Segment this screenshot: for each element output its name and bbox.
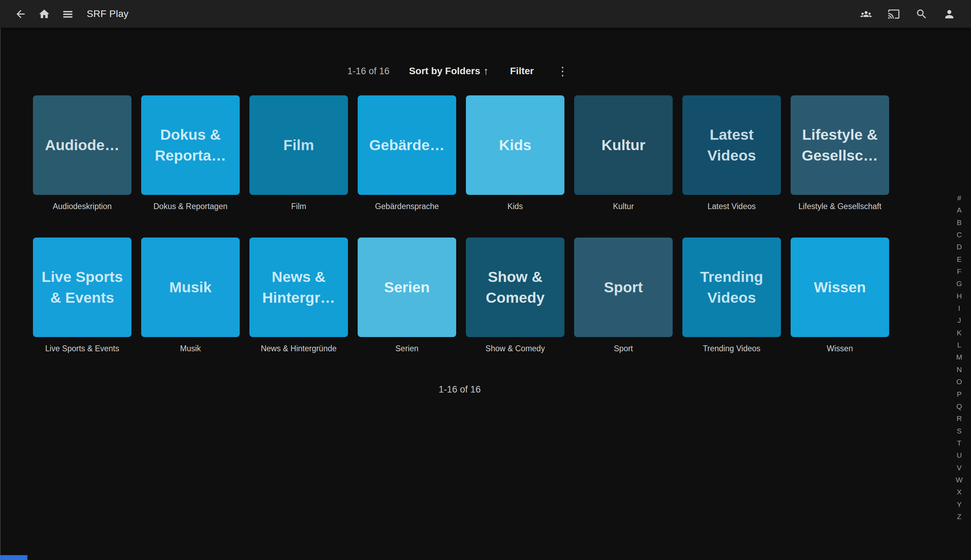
alpha-letter-S[interactable]: S — [957, 427, 962, 435]
alpha-letter-D[interactable]: D — [956, 243, 962, 250]
folder-tile[interactable]: News & Hintergr… — [249, 238, 348, 337]
folder-tile[interactable]: Gebärde… — [358, 95, 456, 195]
folder-tile[interactable]: Wissen — [791, 238, 889, 337]
alpha-letter-F[interactable]: F — [957, 268, 962, 275]
bottom-accent-bar — [0, 555, 27, 560]
folder-tile[interactable]: Kultur — [574, 95, 672, 195]
alphabet-picker: #ABCDEFGHIJKLMNOPQRSTUVWXYZ — [953, 194, 966, 520]
folder-caption[interactable]: Wissen — [791, 344, 889, 353]
folder-tile[interactable]: Show & Comedy — [466, 238, 564, 337]
folder-tile[interactable]: Serien — [358, 238, 456, 337]
folder-tile-label: Live Sports & Events — [38, 267, 127, 308]
home-button[interactable] — [34, 4, 54, 24]
folder-cell: Wissen Wissen — [791, 238, 889, 353]
alpha-letter-Q[interactable]: Q — [956, 403, 962, 410]
folder-tile-label: Sport — [579, 277, 668, 298]
alpha-letter-L[interactable]: L — [957, 341, 961, 348]
folder-caption[interactable]: Serien — [358, 344, 456, 353]
folder-cell: Kultur Kultur — [574, 95, 672, 211]
alpha-letter-Y[interactable]: Y — [957, 501, 962, 508]
page-title: SRF Play — [87, 8, 129, 19]
alpha-letter-R[interactable]: R — [956, 415, 962, 422]
folder-tile[interactable]: Trending Videos — [682, 238, 781, 337]
folder-grid: Audiode… Audiodeskription Dokus & Report… — [33, 95, 889, 353]
sort-button[interactable]: Sort by Folders ↑ — [407, 64, 491, 78]
user-button[interactable] — [939, 4, 959, 24]
folder-caption[interactable]: Film — [249, 202, 348, 211]
folder-caption[interactable]: Sport — [574, 344, 672, 353]
alpha-letter-hash[interactable]: # — [957, 194, 961, 202]
sort-ascending-arrow-icon: ↑ — [483, 65, 489, 77]
folder-tile[interactable]: Kids — [466, 95, 564, 195]
folder-cell: Sport Sport — [574, 238, 672, 353]
folder-caption[interactable]: Musik — [141, 344, 240, 353]
folder-tile[interactable]: Audiode… — [33, 95, 132, 195]
bottom-item-count: 1-16 of 16 — [439, 384, 481, 395]
folder-cell: Gebärde… Gebärdensprache — [358, 95, 456, 211]
folder-tile[interactable]: Musik — [141, 238, 240, 337]
alpha-letter-A[interactable]: A — [957, 206, 962, 213]
folder-caption[interactable]: Dokus & Reportagen — [141, 202, 240, 211]
folder-caption[interactable]: Gebärdensprache — [358, 202, 456, 211]
folder-tile-label: Latest Videos — [687, 125, 776, 166]
folder-caption[interactable]: Lifestyle & Gesellschaft — [791, 202, 889, 211]
alpha-letter-I[interactable]: I — [958, 305, 960, 312]
alpha-letter-H[interactable]: H — [956, 292, 962, 300]
alpha-letter-Z[interactable]: Z — [957, 513, 962, 520]
search-icon — [916, 8, 928, 20]
alpha-letter-U[interactable]: U — [956, 452, 962, 459]
people-group-icon — [860, 8, 872, 20]
back-arrow-icon — [15, 8, 27, 20]
folder-cell: Trending Videos Trending Videos — [682, 238, 781, 353]
folder-caption[interactable]: Trending Videos — [682, 344, 781, 353]
filter-button-label: Filter — [510, 65, 534, 77]
alpha-letter-J[interactable]: J — [958, 317, 961, 324]
folder-cell: News & Hintergr… News & Hintergründe — [249, 238, 348, 353]
alpha-letter-P[interactable]: P — [957, 390, 962, 398]
alpha-letter-W[interactable]: W — [956, 476, 963, 483]
menu-button[interactable] — [58, 4, 78, 24]
folder-tile[interactable]: Dokus & Reporta… — [141, 95, 240, 195]
folder-cell: Audiode… Audiodeskription — [33, 95, 132, 211]
alpha-letter-K[interactable]: K — [957, 329, 962, 337]
folder-tile[interactable]: Film — [249, 95, 348, 195]
alpha-letter-X[interactable]: X — [957, 488, 962, 495]
folder-caption[interactable]: Latest Videos — [682, 202, 781, 211]
folder-tile-label: Kultur — [579, 135, 668, 155]
folder-tile-label: News & Hintergr… — [254, 267, 343, 308]
folder-caption[interactable]: Live Sports & Events — [33, 344, 132, 353]
folder-tile[interactable]: Lifestyle & Gesellsc… — [791, 95, 889, 195]
alpha-letter-G[interactable]: G — [956, 280, 962, 287]
bottom-pagination: 1-16 of 16 — [0, 382, 919, 396]
syncplay-button[interactable] — [856, 4, 876, 24]
list-toolbar: 1-16 of 16 Sort by Folders ↑ Filter ⋮ — [0, 62, 919, 80]
folder-cell: Musik Musik — [141, 238, 240, 353]
folder-cell: Live Sports & Events Live Sports & Event… — [33, 238, 132, 353]
alpha-letter-O[interactable]: O — [956, 378, 962, 385]
person-icon — [943, 8, 955, 20]
overflow-menu-button[interactable]: ⋮ — [553, 64, 572, 78]
folder-caption[interactable]: Kultur — [574, 202, 672, 211]
alpha-letter-T[interactable]: T — [957, 439, 962, 447]
alpha-letter-M[interactable]: M — [956, 353, 962, 361]
folder-cell: Film Film — [249, 95, 348, 211]
alpha-letter-V[interactable]: V — [957, 464, 962, 471]
alpha-letter-E[interactable]: E — [957, 255, 962, 263]
alpha-letter-B[interactable]: B — [957, 219, 962, 226]
folder-caption[interactable]: Audiodeskription — [33, 202, 132, 211]
folder-caption[interactable]: News & Hintergründe — [249, 344, 348, 353]
back-button[interactable] — [10, 4, 30, 24]
folder-tile[interactable]: Live Sports & Events — [33, 238, 132, 337]
folder-tile[interactable]: Latest Videos — [682, 95, 781, 195]
folder-tile-label: Kids — [471, 135, 560, 155]
alpha-letter-N[interactable]: N — [956, 366, 962, 373]
topbar-right-group — [856, 4, 971, 24]
alpha-letter-C[interactable]: C — [956, 231, 962, 238]
folder-tile-label: Trending Videos — [687, 267, 776, 308]
cast-button[interactable] — [884, 4, 904, 24]
folder-caption[interactable]: Show & Comedy — [466, 344, 564, 353]
search-button[interactable] — [911, 4, 931, 24]
folder-caption[interactable]: Kids — [466, 202, 564, 211]
filter-button[interactable]: Filter — [508, 64, 536, 78]
folder-tile[interactable]: Sport — [574, 238, 672, 337]
